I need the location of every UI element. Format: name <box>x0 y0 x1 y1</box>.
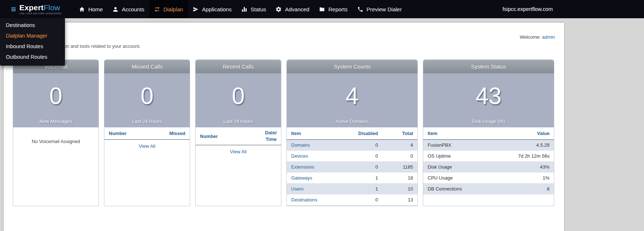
cpu-usage-label: CPU Usage <box>423 173 499 184</box>
nav-item-applications[interactable]: Applications <box>188 0 236 18</box>
welcome-user-link[interactable]: admin <box>542 34 555 40</box>
menu-item-inbound-routes[interactable]: Inbound Routes <box>0 41 65 52</box>
system-status-card-header[interactable]: System Status <box>423 60 554 73</box>
content-panel: Dashboard Quickly access information and… <box>4 23 564 231</box>
extensions-disabled-value: 0 <box>349 162 382 173</box>
dialplan-dropdown-menu: Destinations Dialplan Manager Inbound Ro… <box>0 18 65 66</box>
exchange-arrows-icon <box>154 6 160 12</box>
disk-usage-value: 43% <box>499 162 554 173</box>
brand-logo[interactable]: ExpertFlow chat, voice and video contact… <box>11 4 62 15</box>
domains-disabled-value: 0 <box>349 140 382 151</box>
recent-calls-table: Number Date/ Time <box>196 127 281 145</box>
system-counts-link-devices[interactable]: Devices <box>291 153 308 159</box>
missed-calls-col-number: Number <box>104 127 149 140</box>
nav-item-advanced[interactable]: Advanced <box>271 0 314 18</box>
table-row: FusionPBX 4.5.29 <box>423 140 554 151</box>
gateways-total-value: 18 <box>382 173 417 184</box>
menu-item-destinations[interactable]: Destinations <box>0 20 65 31</box>
brand-expert: Expert <box>19 3 44 12</box>
bar-chart-icon <box>241 6 247 12</box>
system-counts-col-item: Item <box>287 127 349 140</box>
recent-calls-count: 0 <box>232 73 245 119</box>
missed-calls-col-missed: Missed <box>149 127 190 140</box>
system-counts-link-domains[interactable]: Domains <box>291 142 310 148</box>
missed-calls-table: Number Missed <box>104 127 190 140</box>
phone-icon <box>357 6 363 12</box>
table-row: DB Connections 8 <box>423 184 554 195</box>
table-row: Users 1 10 <box>287 184 417 195</box>
missed-calls-view-all-link[interactable]: View All <box>139 143 155 149</box>
nav-item-preview-dialer[interactable]: Preview Dialer <box>352 0 407 18</box>
os-uptime-label: OS Uptime <box>423 151 499 162</box>
nav-item-home[interactable]: Home <box>74 0 108 18</box>
devices-disabled-value: 0 <box>349 151 382 162</box>
users-disabled-value: 1 <box>349 184 382 195</box>
folder-icon <box>319 6 325 12</box>
page-body: Dashboard Quickly access information and… <box>0 18 644 231</box>
nav-item-label: Status <box>251 6 266 12</box>
system-status-count-label: Disk Usage (%) <box>472 119 505 127</box>
missed-calls-hero: 0 Last 24 Hours <box>104 73 190 127</box>
paper-plane-icon <box>193 6 199 12</box>
nav-item-accounts[interactable]: Accounts <box>108 0 149 18</box>
table-row: CC Queues 0 12 <box>287 205 417 207</box>
voicemail-hero: 0 New Messages <box>13 73 99 127</box>
db-connections-label: DB Connections <box>423 184 499 195</box>
hamburger-lines-icon <box>11 7 16 12</box>
table-row: Destinations 0 13 <box>287 195 417 205</box>
db-connections-value: 8 <box>499 184 554 195</box>
nav-item-label: Dialplan <box>163 6 183 12</box>
missed-calls-card-header[interactable]: Missed Calls <box>104 60 190 73</box>
system-status-col-value: Value <box>499 127 554 140</box>
system-counts-count-label: Active Domains <box>336 119 369 127</box>
recent-calls-view-all-link[interactable]: View All <box>230 149 246 154</box>
nav-item-reports[interactable]: Reports <box>314 0 352 18</box>
missed-calls-count: 0 <box>140 73 154 119</box>
table-row: Domains 0 4 <box>287 140 417 151</box>
fusionpbx-value: 4.5.29 <box>499 140 554 151</box>
menu-item-dialplan-manager[interactable]: Dialplan Manager <box>0 31 65 41</box>
recent-calls-card-header[interactable]: Recent Calls <box>196 60 281 73</box>
system-status-count: 43 <box>475 73 501 119</box>
system-status-table: Item Value FusionPBX 4.5.29 OS Uptime 7d… <box>423 127 554 195</box>
welcome-label: Welcome: <box>520 34 541 40</box>
domains-total-value: 4 <box>382 140 417 151</box>
table-row: Gateways 1 18 <box>287 173 417 184</box>
destinations-disabled-value: 0 <box>349 195 382 205</box>
system-counts-link-users[interactable]: Users <box>291 186 304 192</box>
cc-queues-total-value: 12 <box>382 205 417 207</box>
brand-flow: Flow <box>44 3 60 12</box>
system-counts-col-disabled: Disabled <box>349 127 382 140</box>
system-counts-link-extensions[interactable]: Extensions <box>291 164 315 170</box>
table-row: Extensions 0 1185 <box>287 162 417 173</box>
nav-item-status[interactable]: Status <box>236 0 271 18</box>
menu-item-outbound-routes[interactable]: Outbound Routes <box>0 52 65 62</box>
nav-item-label: Accounts <box>122 6 144 12</box>
welcome-text: Welcome: admin <box>520 34 555 40</box>
nav-item-dialplan[interactable]: Dialplan <box>149 0 188 18</box>
system-counts-col-total: Total <box>382 127 417 140</box>
voicemail-count: 0 <box>49 73 62 119</box>
system-counts-count: 4 <box>346 73 359 119</box>
system-counts-link-gateways[interactable]: Gateways <box>291 175 312 181</box>
system-status-hero: 43 Disk Usage (%) <box>423 73 554 127</box>
system-counts-link-destinations[interactable]: Destinations <box>291 197 317 203</box>
table-row: CPU Usage 1% <box>423 173 554 184</box>
recent-calls-col-datetime: Date/ Time <box>258 127 281 145</box>
table-row: Disk Usage 43% <box>423 162 554 173</box>
system-counts-card: System Counts 4 Active Domains Item Disa… <box>286 59 418 206</box>
voicemail-count-label: New Messages <box>40 119 72 127</box>
home-icon <box>79 6 85 12</box>
user-icon <box>112 6 119 12</box>
destinations-total-value: 13 <box>382 195 417 205</box>
nav-menu: Home Accounts Dialplan Destinations Dial… <box>74 0 406 18</box>
system-counts-card-header[interactable]: System Counts <box>287 60 417 73</box>
system-counts-hero: 4 Active Domains <box>287 73 417 127</box>
nav-item-label: Home <box>88 6 103 12</box>
top-navbar: ExpertFlow chat, voice and video contact… <box>0 0 644 18</box>
gear-icon <box>275 6 282 12</box>
brand-tagline: chat, voice and video contactcenter <box>19 12 62 15</box>
os-uptime-value: 7d 2h 12m 56s <box>499 151 554 162</box>
system-status-card: System Status 43 Disk Usage (%) Item Val… <box>423 59 554 206</box>
nav-item-label: Advanced <box>285 6 309 12</box>
